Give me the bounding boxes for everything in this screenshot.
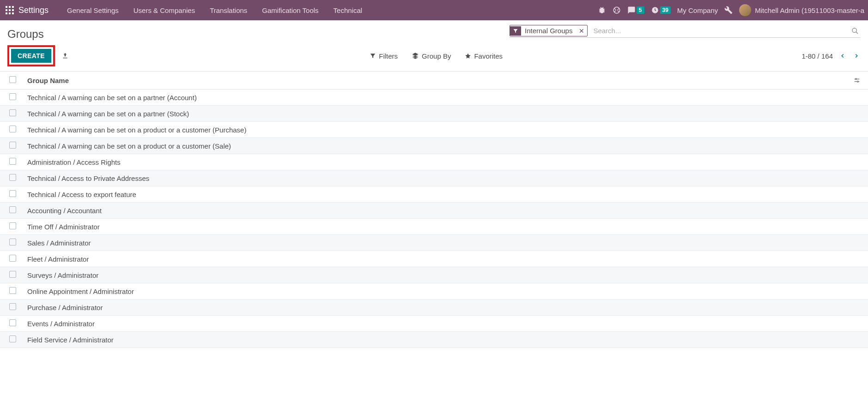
row-checkbox[interactable]	[9, 271, 16, 278]
row-checkbox[interactable]	[9, 142, 16, 149]
table-row[interactable]: Technical / A warning can be set on a pa…	[0, 90, 868, 106]
row-checkbox[interactable]	[9, 335, 16, 342]
control-panel: Groups Internal Groups ✕ CREATE	[0, 20, 868, 72]
table-row[interactable]: Surveys / Administrator	[0, 267, 868, 283]
row-group-name: Fleet / Administrator	[22, 251, 848, 267]
row-checkbox[interactable]	[9, 222, 16, 229]
svg-rect-6	[6, 12, 7, 14]
filters-dropdown[interactable]: Filters	[370, 52, 398, 60]
row-checkbox[interactable]	[9, 206, 16, 213]
svg-rect-0	[6, 6, 7, 8]
row-checkbox[interactable]	[9, 255, 16, 262]
row-group-name: Technical / A warning can be set on a pr…	[22, 122, 848, 138]
groupby-label: Group By	[422, 52, 451, 60]
app-name[interactable]: Settings	[18, 6, 49, 15]
row-checkbox[interactable]	[9, 287, 16, 294]
row-checkbox[interactable]	[9, 239, 16, 245]
filters-label: Filters	[379, 52, 398, 60]
search-input[interactable]	[590, 25, 850, 36]
row-group-name: Time Off / Administrator	[22, 219, 848, 235]
activities-icon[interactable]: 39	[651, 6, 671, 14]
table-row[interactable]: Purchase / Administrator	[0, 299, 868, 316]
columns-settings-icon[interactable]	[853, 77, 862, 84]
menu-users-companies[interactable]: Users & Companies	[126, 2, 202, 19]
row-group-name: Accounting / Accountant	[22, 203, 848, 219]
search-bar[interactable]: Internal Groups ✕	[510, 24, 861, 38]
favorites-dropdown[interactable]: Favorites	[465, 52, 503, 60]
svg-point-15	[856, 78, 857, 80]
pager[interactable]: 1-80 / 164	[801, 52, 833, 60]
select-all-checkbox[interactable]	[9, 76, 16, 83]
table-row[interactable]: Online Appointment / Administrator	[0, 283, 868, 299]
apps-icon[interactable]	[6, 6, 14, 14]
filter-icon	[510, 26, 521, 36]
pager-next[interactable]	[852, 53, 861, 59]
row-group-name: Technical / A warning can be set on a pr…	[22, 138, 848, 154]
row-group-name: Surveys / Administrator	[22, 267, 848, 283]
svg-rect-2	[12, 6, 14, 8]
support-icon[interactable]	[613, 6, 621, 14]
menu-technical[interactable]: Technical	[326, 2, 370, 19]
row-checkbox[interactable]	[9, 319, 16, 326]
row-checkbox[interactable]	[9, 126, 16, 132]
row-checkbox[interactable]	[9, 190, 16, 197]
menu-gamification-tools[interactable]: Gamification Tools	[255, 2, 326, 19]
search-expand-icon[interactable]	[850, 27, 861, 35]
debug-icon[interactable]	[598, 6, 606, 14]
topbar: Settings General Settings Users & Compan…	[0, 0, 868, 20]
table-row[interactable]: Sales / Administrator	[0, 235, 868, 251]
tools-icon[interactable]	[724, 6, 733, 14]
search-facet: Internal Groups ✕	[510, 25, 588, 36]
facet-remove[interactable]: ✕	[576, 27, 587, 35]
table-row[interactable]: Field Service / Administrator	[0, 332, 868, 348]
create-button[interactable]: CREATE	[11, 49, 51, 63]
table-row[interactable]: Events / Administrator	[0, 316, 868, 332]
create-highlight: CREATE	[7, 45, 55, 66]
row-checkbox[interactable]	[9, 109, 16, 116]
messages-icon[interactable]: 5	[627, 6, 644, 14]
svg-line-12	[856, 32, 858, 34]
menu-general-settings[interactable]: General Settings	[60, 2, 126, 19]
row-group-name: Technical / A warning can be set on a pa…	[22, 90, 848, 106]
company-selector[interactable]: My Company	[677, 6, 718, 14]
svg-point-16	[857, 81, 859, 82]
row-group-name: Technical / Access to Private Addresses	[22, 170, 848, 186]
row-group-name: Technical / A warning can be set on a pa…	[22, 106, 848, 122]
row-checkbox[interactable]	[9, 158, 16, 165]
table-row[interactable]: Technical / A warning can be set on a pa…	[0, 106, 868, 122]
messages-badge: 5	[637, 6, 644, 14]
activities-badge: 39	[660, 6, 671, 14]
groupby-dropdown[interactable]: Group By	[412, 52, 451, 60]
breadcrumb: Groups	[7, 24, 44, 41]
favorites-label: Favorites	[474, 52, 503, 60]
groups-table: Group Name Technical / A warning can be …	[0, 72, 868, 348]
table-row[interactable]: Technical / Access to export feature	[0, 186, 868, 203]
row-checkbox[interactable]	[9, 174, 16, 181]
table-row[interactable]: Time Off / Administrator	[0, 219, 868, 235]
row-group-name: Administration / Access Rights	[22, 154, 848, 170]
svg-rect-1	[9, 6, 11, 8]
row-group-name: Field Service / Administrator	[22, 332, 848, 348]
facet-label: Internal Groups	[521, 25, 576, 36]
column-group-name[interactable]: Group Name	[22, 72, 848, 90]
menu-translations[interactable]: Translations	[202, 2, 255, 19]
table-row[interactable]: Administration / Access Rights	[0, 154, 868, 170]
svg-rect-4	[9, 9, 11, 11]
table-row[interactable]: Technical / A warning can be set on a pr…	[0, 138, 868, 154]
table-row[interactable]: Fleet / Administrator	[0, 251, 868, 267]
row-checkbox[interactable]	[9, 303, 16, 310]
row-group-name: Events / Administrator	[22, 316, 848, 332]
row-group-name: Technical / Access to export feature	[22, 186, 848, 203]
pager-prev[interactable]	[838, 53, 847, 59]
svg-point-11	[852, 28, 856, 32]
row-checkbox[interactable]	[9, 93, 16, 100]
table-row[interactable]: Technical / A warning can be set on a pr…	[0, 122, 868, 138]
table-row[interactable]: Accounting / Accountant	[0, 203, 868, 219]
table-row[interactable]: Technical / Access to Private Addresses	[0, 170, 868, 186]
main-menu: General Settings Users & Companies Trans…	[60, 2, 370, 19]
svg-rect-3	[6, 9, 7, 11]
export-button[interactable]	[60, 50, 71, 61]
svg-point-9	[613, 7, 620, 13]
user-menu[interactable]: Mitchell Admin (19511003-master-a	[739, 4, 864, 16]
row-group-name: Purchase / Administrator	[22, 299, 848, 316]
